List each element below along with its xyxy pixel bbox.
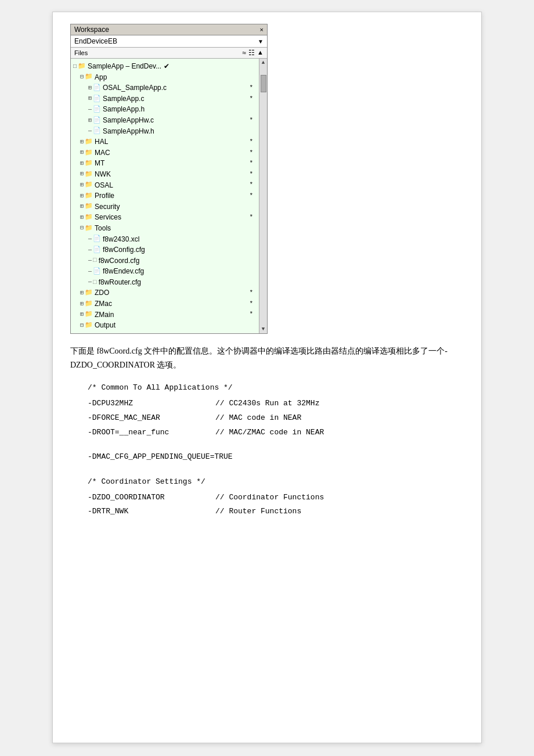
folder-icon: 📁 bbox=[85, 201, 93, 211]
code-keyword2: -DFORCE_MAC_NEAR bbox=[88, 411, 215, 426]
expand-icon: ⊞ bbox=[80, 310, 84, 319]
tree-item-nwk[interactable]: ⊞ 📁 NWK * bbox=[72, 169, 258, 180]
workspace-close-button[interactable]: × bbox=[260, 26, 264, 33]
expand-icon: ⊞ bbox=[80, 289, 84, 298]
expand-icon: ⊟ bbox=[80, 321, 84, 330]
expand-icon: ⊞ bbox=[80, 159, 84, 168]
folder-icon: 📁 bbox=[85, 213, 93, 222]
tree-item-sampleapp-c[interactable]: ⊞ 📄 SampleApp.c * bbox=[72, 93, 258, 105]
tree-asterisk: * bbox=[249, 288, 257, 298]
scroll-up-icon[interactable]: ▲ bbox=[257, 49, 264, 57]
tree-item-root[interactable]: □ 📁 SampleApp – EndDev... ✔ bbox=[72, 61, 258, 72]
folder-icon: 📁 bbox=[85, 148, 93, 158]
folder-icon: 📁 bbox=[78, 62, 86, 71]
folder-icon: 📁 bbox=[85, 321, 93, 330]
tree-item-osal[interactable]: ⊞ 📄 OSAL_SampleApp.c * bbox=[72, 82, 258, 93]
code-keyword5: -DZDO_COORDINATOR bbox=[88, 491, 215, 505]
tree-label: MT bbox=[95, 158, 104, 169]
folder-icon: 📁 bbox=[85, 191, 93, 201]
tree-item-tools[interactable]: ⊟ 📁 Tools bbox=[72, 223, 258, 234]
expand-icon: — bbox=[88, 267, 92, 276]
file-icon: 📄 bbox=[93, 126, 101, 136]
tree-label: App bbox=[95, 72, 107, 83]
tree-asterisk: * bbox=[249, 148, 257, 158]
tree-asterisk: * bbox=[249, 309, 257, 319]
scroll-thumb[interactable] bbox=[261, 75, 266, 92]
tree-item-zmain[interactable]: ⊞ 📁 ZMain * bbox=[72, 309, 258, 321]
code-block: /* Common To All Applications */ -DCPU32… bbox=[88, 381, 464, 519]
scroll-up-arrow[interactable]: ▲ bbox=[262, 59, 265, 67]
tree-asterisk: * bbox=[249, 213, 257, 222]
tree-label: HAL bbox=[95, 136, 108, 147]
expand-icon: ⊞ bbox=[80, 170, 84, 179]
tree-label: SampleApp.c bbox=[103, 93, 144, 105]
tree-item-app[interactable]: ⊟ 📁 App bbox=[72, 72, 258, 83]
sort-icon[interactable]: ≈ bbox=[243, 49, 247, 57]
tree-item-security[interactable]: ⊞ 📁 Security bbox=[72, 201, 258, 213]
expand-icon: □ bbox=[73, 62, 77, 71]
folder-icon: 📁 bbox=[85, 159, 93, 168]
tree-item-sampleapphw-c[interactable]: ⊞ 📄 SampleAppHw.c * bbox=[72, 115, 258, 126]
file-tree: □ 📁 SampleApp – EndDev... ✔ ⊟ 📁 App ⊞ 📄 … bbox=[71, 59, 259, 333]
view-icon[interactable]: ☷ bbox=[248, 49, 255, 57]
tree-label: Output bbox=[95, 320, 116, 331]
tree-asterisk: * bbox=[249, 170, 257, 179]
tree-item-zdo[interactable]: ⊞ 📁 ZDO * bbox=[72, 287, 258, 298]
tree-item-f8wrouter[interactable]: — □ f8wRouter.cfg bbox=[72, 277, 258, 288]
expand-icon: — bbox=[88, 256, 92, 265]
tree-item-f8wendev[interactable]: — 📄 f8wEndev.cfg bbox=[72, 266, 258, 277]
code-line6: -DRTR_NWK // Router Functions bbox=[88, 505, 464, 519]
expand-icon: ⊟ bbox=[80, 73, 84, 82]
tree-item-services[interactable]: ⊞ 📁 Services * bbox=[72, 212, 258, 223]
tree-label: Security bbox=[95, 201, 120, 213]
tree-label: Services bbox=[95, 212, 121, 223]
expand-icon: ⊞ bbox=[80, 138, 84, 147]
code-comment-2: // MAC code in NEAR bbox=[215, 411, 301, 426]
expand-icon: ⊞ bbox=[80, 148, 84, 157]
tree-item-f8wcoord[interactable]: — □ f8wCoord.cfg bbox=[72, 255, 258, 267]
tree-label: f8wEndev.cfg bbox=[103, 266, 144, 277]
tree-asterisk: * bbox=[249, 94, 257, 104]
scrollbar[interactable]: ▲ ▼ bbox=[259, 59, 267, 333]
code-comment-6: // Router Functions bbox=[215, 505, 301, 519]
tree-label: SampleAppHw.c bbox=[103, 115, 154, 126]
code-keyword3: -DROOT=__near_func bbox=[88, 426, 215, 440]
tree-label: f8wConfig.cfg bbox=[103, 244, 145, 255]
scroll-down-arrow[interactable]: ▼ bbox=[262, 325, 265, 333]
tree-label: ZMac bbox=[95, 298, 112, 309]
code-line3: -DROOT=__near_func // MAC/ZMAC code in N… bbox=[88, 426, 464, 440]
folder-icon: 📁 bbox=[85, 180, 93, 190]
expand-icon: — bbox=[88, 246, 92, 255]
workspace-dropdown[interactable]: EndDeviceEB ▼ bbox=[71, 35, 267, 48]
tree-item-f8w2430[interactable]: — 📄 f8w2430.xcl bbox=[72, 234, 258, 245]
tree-label: NWK bbox=[95, 169, 111, 180]
tree-asterisk: * bbox=[249, 83, 257, 93]
tree-item-osal-folder[interactable]: ⊞ 📁 OSAL * bbox=[72, 180, 258, 191]
expand-icon: ⊞ bbox=[80, 213, 84, 222]
file-icon: 📄 bbox=[93, 245, 101, 255]
tree-item-zmac[interactable]: ⊞ 📁 ZMac * bbox=[72, 298, 258, 309]
tree-asterisk: * bbox=[249, 299, 257, 309]
tree-item-mac[interactable]: ⊞ 📁 MAC * bbox=[72, 147, 258, 159]
file-icon: 📄 bbox=[93, 234, 101, 244]
tree-item-hal[interactable]: ⊞ 📁 HAL * bbox=[72, 136, 258, 147]
folder-icon: 📁 bbox=[85, 72, 93, 82]
tree-item-output[interactable]: ⊟ 📁 Output bbox=[72, 320, 258, 331]
workspace-panel: Workspace × EndDeviceEB ▼ Files ≈ ☷ ▲ □ … bbox=[70, 24, 268, 334]
tree-item-sampleapp-h[interactable]: — 📄 SampleApp.h bbox=[72, 104, 258, 115]
desc-content: 下面是 f8wCoord.cfg 文件中的配置信息。这个协调器中的编译选项比路由… bbox=[70, 347, 448, 369]
tree-item-mt[interactable]: ⊞ 📁 MT * bbox=[72, 158, 258, 169]
tree-label: f8wRouter.cfg bbox=[99, 277, 141, 288]
tree-label: f8w2430.xcl bbox=[103, 234, 139, 245]
tree-item-profile[interactable]: ⊞ 📁 Profile * bbox=[72, 190, 258, 201]
tree-item-sampleapphw-h[interactable]: — 📄 SampleAppHw.h bbox=[72, 126, 258, 137]
workspace-dropdown-label: EndDeviceEB bbox=[74, 37, 117, 45]
description-text: 下面是 f8wCoord.cfg 文件中的配置信息。这个协调器中的编译选项比路由… bbox=[70, 344, 464, 372]
toolbar-icons: ≈ ☷ ▲ bbox=[243, 49, 264, 57]
expand-icon: — bbox=[88, 235, 92, 244]
expand-icon: — bbox=[88, 105, 92, 114]
tree-asterisk: * bbox=[249, 137, 257, 147]
panel-with-scroll: □ 📁 SampleApp – EndDev... ✔ ⊟ 📁 App ⊞ 📄 … bbox=[71, 59, 267, 333]
tree-item-f8wconfig[interactable]: — 📄 f8wConfig.cfg bbox=[72, 244, 258, 255]
code-line1: -DCPU32MHZ // CC2430s Run at 32MHz bbox=[88, 397, 464, 411]
